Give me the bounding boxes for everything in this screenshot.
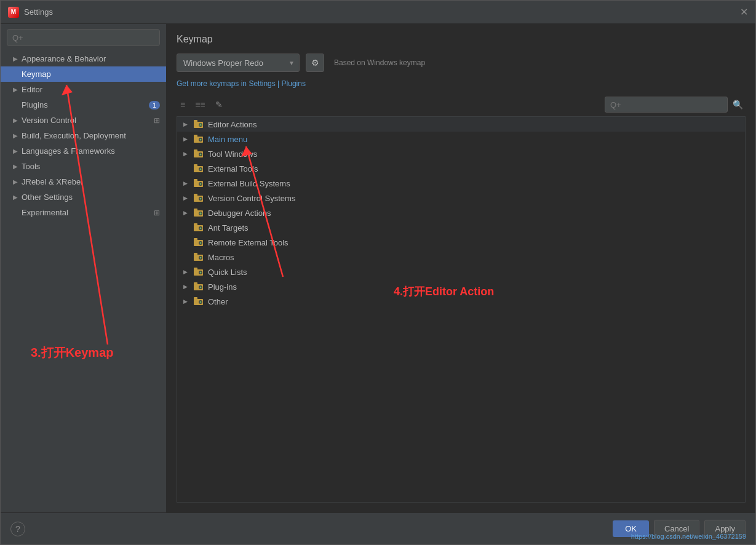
folder-gear-icon	[193, 119, 204, 129]
tree-item-vcs[interactable]: ▶ Version Control Systems	[177, 191, 745, 205]
tree-item-label: Quick Lists	[208, 268, 247, 277]
tree-item-label: Tool Windows	[208, 149, 257, 159]
find-action-button[interactable]: 🔍	[730, 97, 746, 112]
tree-item-main-menu[interactable]: ▶ Main menu	[177, 132, 745, 146]
folder-gear-icon	[193, 237, 204, 247]
expand-all-button[interactable]: ≡≡	[191, 97, 209, 112]
sidebar-item-build[interactable]: ▶ Build, Execution, Deployment	[1, 128, 166, 143]
svg-rect-41	[194, 268, 197, 270]
tree-item-remote-external[interactable]: ▶ Remote External Tools	[177, 235, 745, 250]
toolbar-search: 🔍	[605, 97, 746, 113]
sidebar-item-keymap[interactable]: ▶ Keymap	[1, 66, 166, 82]
svg-point-15	[200, 169, 202, 170]
get-more-keymaps: Get more keymaps in Settings | Plugins	[177, 79, 746, 88]
keymap-dropdown[interactable]: Windows Proper Redo	[177, 54, 300, 72]
close-button[interactable]: ✕	[740, 6, 748, 18]
tree-arrow-icon: ▶	[183, 269, 193, 275]
svg-rect-9	[194, 149, 197, 152]
sidebar-search-input[interactable]	[12, 33, 154, 42]
plugins-link[interactable]: Plugins	[282, 79, 306, 88]
svg-point-3	[200, 124, 202, 126]
svg-rect-45	[194, 282, 197, 285]
sidebar-search-box[interactable]	[7, 29, 160, 46]
svg-rect-29	[194, 223, 197, 226]
tree-item-label: Debugger Actions	[208, 209, 271, 218]
tree-item-ant[interactable]: ▶ Ant Targets	[177, 220, 745, 235]
watermark-text: https://blog.csdn.net/weixin_46372159	[631, 533, 746, 540]
svg-point-39	[200, 257, 202, 259]
based-on-text: Based on Windows keymap	[334, 58, 425, 67]
sidebar-item-label: Plugins	[22, 100, 48, 109]
tree-item-external-build[interactable]: ▶ External Build Systems	[177, 176, 745, 191]
folder-gear-icon	[193, 178, 204, 188]
sidebar-item-version-control[interactable]: ▶ Version Control ⊞	[1, 113, 166, 128]
get-more-link[interactable]: Get more keymaps in Settings	[177, 79, 276, 88]
tree-item-debugger[interactable]: ▶ Debugger Actions	[177, 205, 745, 220]
folder-gear-icon	[193, 282, 204, 292]
settings-window: M Settings ✕ ▶ Appearance & Behavior ▶ K…	[0, 0, 756, 545]
tree-item-quick-lists[interactable]: ▶ Quick Lists	[177, 265, 745, 279]
svg-rect-13	[194, 164, 197, 167]
tree-item-tool-windows[interactable]: ▶ Tool Windows	[177, 146, 745, 161]
svg-rect-17	[194, 179, 197, 181]
right-panel: Keymap Windows Proper Redo ▼ ⚙ Based on …	[167, 24, 755, 512]
tree-item-external-tools[interactable]: ▶ External Tools	[177, 161, 745, 176]
svg-rect-5	[194, 135, 197, 137]
collapse-all-button[interactable]: ≡	[177, 97, 189, 112]
keymap-tree: ▶ Editor Actions ▶	[177, 116, 746, 503]
tree-item-plug-ins[interactable]: ▶ Plug-ins	[177, 279, 745, 294]
arrow-icon: ▶	[13, 132, 18, 139]
arrow-icon: ▶	[13, 163, 18, 170]
folder-gear-icon	[193, 223, 204, 233]
tree-item-label: Version Control Systems	[208, 194, 295, 203]
panel-title: Keymap	[177, 34, 746, 45]
arrow-icon: ▶	[13, 86, 18, 93]
sidebar-item-other-settings[interactable]: ▶ Other Settings	[1, 189, 166, 205]
copy-icon: ⊞	[154, 209, 160, 217]
help-button[interactable]: ?	[10, 522, 25, 536]
sidebar-item-label: JRebel & XRebel	[22, 177, 82, 186]
tree-item-macros[interactable]: ▶ Macros	[177, 250, 745, 265]
sidebar-item-tools[interactable]: ▶ Tools	[1, 159, 166, 174]
sidebar-item-jrebel[interactable]: ▶ JRebel & XRebel	[1, 174, 166, 189]
sidebar-item-experimental[interactable]: ▶ Experimental ⊞	[1, 205, 166, 220]
arrow-icon: ▶	[13, 178, 18, 185]
folder-gear-icon	[193, 149, 204, 159]
gear-button[interactable]: ⚙	[306, 54, 324, 72]
keymap-search-input[interactable]	[605, 97, 728, 113]
sidebar: ▶ Appearance & Behavior ▶ Keymap ▶ Edito…	[1, 24, 167, 512]
sidebar-item-languages[interactable]: ▶ Languages & Frameworks	[1, 143, 166, 159]
tree-item-editor-actions[interactable]: ▶ Editor Actions	[177, 117, 745, 132]
plugins-badge: 1	[149, 101, 160, 109]
sidebar-items: ▶ Appearance & Behavior ▶ Keymap ▶ Edito…	[1, 51, 166, 512]
folder-gear-icon	[193, 164, 204, 173]
sidebar-item-plugins[interactable]: ▶ Plugins 1	[1, 97, 166, 113]
sidebar-item-label: Version Control	[22, 116, 76, 125]
sidebar-item-label: Other Settings	[22, 193, 73, 202]
svg-rect-49	[194, 297, 197, 300]
sidebar-item-label: Experimental	[22, 208, 68, 217]
arrow-icon: ▶	[13, 148, 18, 154]
sidebar-item-label: Tools	[22, 162, 40, 171]
tree-arrow-icon: ▶	[183, 121, 193, 127]
arrow-icon: ▶	[13, 55, 18, 62]
sidebar-item-appearance[interactable]: ▶ Appearance & Behavior	[1, 51, 166, 66]
sidebar-item-editor[interactable]: ▶ Editor	[1, 82, 166, 97]
tree-item-label: Ant Targets	[208, 223, 249, 233]
svg-point-23	[200, 198, 202, 200]
folder-gear-icon	[193, 193, 204, 203]
tree-arrow-icon: ▶	[183, 298, 193, 304]
svg-point-7	[200, 139, 202, 141]
svg-rect-21	[194, 194, 197, 196]
tree-item-other[interactable]: ▶ Other	[177, 294, 745, 309]
folder-gear-icon	[193, 134, 204, 144]
window-title: Settings	[24, 7, 53, 17]
keymap-controls: Windows Proper Redo ▼ ⚙ Based on Windows…	[177, 54, 746, 72]
sidebar-item-label: Appearance & Behavior	[22, 54, 106, 63]
app-icon: M	[8, 7, 19, 18]
tree-arrow-icon: ▶	[183, 180, 193, 186]
tree-arrow-icon: ▶	[183, 136, 193, 142]
edit-button[interactable]: ✎	[212, 97, 226, 112]
arrow-icon: ▶	[13, 117, 18, 124]
sidebar-item-label: Keymap	[22, 70, 51, 79]
